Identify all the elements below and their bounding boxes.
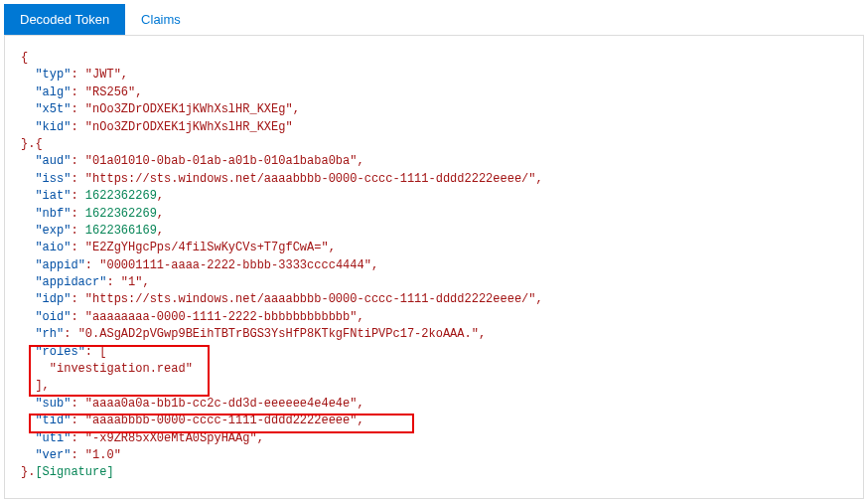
key-typ: typ (43, 68, 65, 82)
val-appid: 00001111-aaaa-2222-bbbb-3333cccc4444 (106, 258, 363, 272)
val-aud: 01a01010-0bab-01ab-a01b-010a1baba0ba (92, 154, 350, 168)
val-idp: https://sts.windows.net/aaaabbbb-0000-cc… (92, 292, 528, 306)
val-iss: https://sts.windows.net/aaaabbbb-0000-cc… (92, 172, 528, 186)
val-typ: JWT (92, 68, 114, 82)
val-x5t: nOo3ZDrODXEK1jKWhXslHR_KXEg (92, 102, 285, 116)
key-x5t: x5t (43, 102, 65, 116)
key-roles: roles (43, 345, 78, 359)
key-kid: kid (43, 120, 65, 134)
val-exp: 1622366169 (85, 224, 157, 238)
val-aio: E2ZgYHgcPps/4filSwKyCVs+T7gfCwA= (92, 241, 321, 254)
key-ver: ver (43, 448, 65, 462)
val-iat: 1622362269 (85, 189, 157, 203)
key-iss: iss (43, 172, 65, 186)
tab-bar: Decoded Token Claims (4, 4, 864, 36)
val-ver: 1.0 (92, 448, 114, 462)
key-uti: uti (43, 431, 65, 445)
tab-claims[interactable]: Claims (125, 4, 197, 35)
key-idp: idp (43, 292, 65, 306)
key-aio: aio (43, 241, 65, 254)
key-oid: oid (43, 310, 65, 324)
token-panel: { "typ": "JWT", "alg": "RS256", "x5t": "… (4, 36, 864, 499)
signature-placeholder: [Signature] (35, 465, 113, 479)
tab-decoded-token[interactable]: Decoded Token (4, 4, 125, 35)
key-tid: tid (43, 414, 65, 427)
key-exp: exp (43, 224, 65, 238)
key-nbf: nbf (43, 207, 65, 221)
key-appidacr: appidacr (43, 275, 100, 289)
key-rh: rh (43, 327, 57, 341)
key-sub: sub (43, 397, 65, 411)
val-oid: aaaaaaaa-0000-1111-2222-bbbbbbbbbbbb (92, 310, 350, 324)
decoded-token-code: { "typ": "JWT", "alg": "RS256", "x5t": "… (21, 50, 847, 482)
val-kid: nOo3ZDrODXEK1jKWhXslHR_KXEg (92, 120, 285, 134)
val-tid: aaaabbbb-0000-cccc-1111-dddd2222eeee (92, 414, 350, 427)
val-alg: RS256 (92, 85, 128, 99)
key-aud: aud (43, 154, 65, 168)
val-nbf: 1622362269 (85, 207, 157, 221)
key-iat: iat (43, 189, 65, 203)
val-appidacr: 1 (128, 275, 135, 289)
val-uti: -x9ZR85xX0eMtA0SpyHAAg (92, 431, 249, 445)
val-roles-0: investigation.read (57, 362, 186, 376)
val-rh: 0.ASgAD2pVGwp9BEihTBTrBGS3YsHfP8KTkgFNti… (85, 327, 472, 341)
key-appid: appid (43, 258, 78, 272)
val-sub: aaaa0a0a-bb1b-cc2c-dd3d-eeeeee4e4e4e (92, 397, 350, 411)
key-alg: alg (43, 85, 65, 99)
